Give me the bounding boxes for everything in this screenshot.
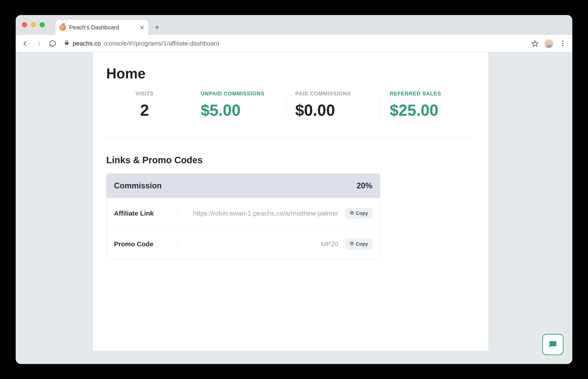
promo-code-label: Promo Code	[114, 240, 174, 248]
copy-icon	[350, 210, 354, 216]
svg-point-2	[562, 45, 563, 46]
stat-unpaid-commissions: UNPAID COMMISSIONS $5.00	[192, 91, 286, 119]
links-section-title: Links & Promo Codes	[106, 155, 475, 165]
svg-point-1	[562, 43, 563, 44]
divider	[178, 208, 178, 219]
close-window-button[interactable]	[22, 22, 27, 27]
new-tab-button[interactable]: +	[150, 21, 164, 34]
minimize-window-button[interactable]	[31, 22, 36, 27]
stat-value: $5.00	[201, 101, 277, 119]
maximize-window-button[interactable]	[40, 22, 45, 27]
copy-icon	[350, 241, 354, 247]
commission-value: 20%	[356, 181, 372, 190]
url-path: /console/#!/programs/1/affiliate-dashboa…	[104, 40, 219, 47]
svg-rect-4	[350, 211, 352, 213]
svg-rect-5	[351, 243, 353, 245]
viewport: Home VISITS 2 UNPAID COMMISSIONS $5.00 P…	[16, 52, 572, 364]
copy-affiliate-link-button[interactable]: Copy	[345, 208, 372, 219]
divider	[178, 238, 178, 250]
svg-rect-3	[351, 212, 353, 214]
promo-code-row: Promo Code MP20 Copy	[107, 229, 380, 259]
forward-button[interactable]	[35, 39, 43, 48]
peach-icon	[59, 24, 66, 31]
svg-point-0	[562, 41, 563, 42]
bookmark-button[interactable]	[531, 39, 539, 48]
stat-label: REFERRED SALES	[390, 91, 466, 97]
url-host: peachs.co	[73, 40, 101, 47]
titlebar: Peach's Dashboard × +	[16, 15, 572, 35]
chat-icon	[548, 339, 558, 350]
stat-value: 2	[106, 101, 183, 119]
address-bar-row: peachs.co/console/#!/programs/1/affiliat…	[16, 35, 572, 52]
reload-button[interactable]	[48, 39, 57, 48]
copy-label: Copy	[356, 241, 368, 247]
content-card: Home VISITS 2 UNPAID COMMISSIONS $5.00 P…	[93, 52, 488, 351]
copy-label: Copy	[356, 210, 368, 216]
address-bar[interactable]: peachs.co/console/#!/programs/1/affiliat…	[62, 37, 525, 50]
chat-support-button[interactable]	[542, 334, 563, 355]
back-button[interactable]	[21, 39, 29, 48]
tab-title: Peach's Dashboard	[69, 24, 137, 31]
stat-label: PAID COMMISSIONS	[295, 91, 372, 97]
affiliate-link-label: Affiliate Link	[114, 210, 174, 217]
promo-code-value: MP20	[183, 240, 341, 248]
stat-value: $0.00	[295, 101, 372, 119]
close-tab-button[interactable]: ×	[140, 24, 144, 31]
stat-visits: VISITS 2	[106, 91, 192, 119]
browser-window: Peach's Dashboard × + peachs.co/console/…	[16, 15, 572, 364]
stat-label: VISITS	[106, 91, 183, 97]
lock-icon	[64, 40, 70, 47]
commission-card: Commission 20% Affiliate Link https://ro…	[106, 173, 380, 259]
card-header: Commission 20%	[107, 174, 380, 198]
copy-promo-code-button[interactable]: Copy	[345, 238, 372, 250]
affiliate-link-value: https://robin-swan-1.peachs.co/a/matthew…	[183, 210, 341, 217]
stat-paid-commissions: PAID COMMISSIONS $0.00	[286, 91, 381, 119]
stat-referred-sales: REFERRED SALES $25.00	[381, 91, 475, 119]
stat-value: $25.00	[390, 101, 466, 119]
page-title: Home	[106, 65, 475, 82]
profile-avatar[interactable]	[544, 39, 553, 48]
commission-label: Commission	[114, 181, 162, 190]
browser-tab[interactable]: Peach's Dashboard ×	[55, 20, 148, 35]
svg-rect-6	[350, 242, 352, 244]
affiliate-link-row: Affiliate Link https://robin-swan-1.peac…	[107, 198, 380, 229]
stats-row: VISITS 2 UNPAID COMMISSIONS $5.00 PAID C…	[106, 91, 475, 137]
window-controls	[22, 22, 45, 27]
menu-button[interactable]	[559, 39, 567, 48]
stat-label: UNPAID COMMISSIONS	[201, 91, 277, 97]
